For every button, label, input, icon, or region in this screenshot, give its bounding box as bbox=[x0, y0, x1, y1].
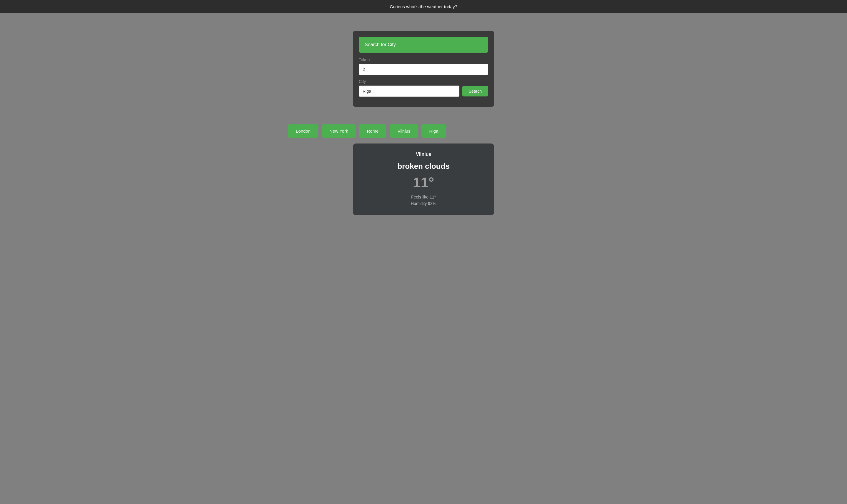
city-row: Search bbox=[359, 86, 488, 97]
app-header: Curious what's the weather today? bbox=[0, 0, 847, 13]
token-input[interactable] bbox=[359, 64, 488, 75]
city-button-vilnius[interactable]: Vilnius bbox=[390, 124, 418, 138]
city-label: City bbox=[359, 79, 488, 84]
search-for-city-button[interactable]: Search for City bbox=[359, 37, 488, 53]
weather-card-wrapper: Vilnius broken clouds 11° Feels like 11°… bbox=[276, 144, 571, 215]
weather-feels-like: Feels like 11° bbox=[365, 195, 482, 199]
main-content: Search for City Token City Search London… bbox=[0, 13, 847, 215]
city-buttons-container: London New York Rome Vilnius Riga bbox=[276, 124, 571, 138]
weather-city: Vilnius bbox=[365, 152, 482, 157]
weather-humidity: Humidity 93% bbox=[365, 201, 482, 206]
city-button-london[interactable]: London bbox=[288, 124, 318, 138]
header-title: Curious what's the weather today? bbox=[390, 4, 457, 9]
weather-card: Vilnius broken clouds 11° Feels like 11°… bbox=[353, 144, 494, 215]
city-button-rome[interactable]: Rome bbox=[359, 124, 386, 138]
city-input[interactable] bbox=[359, 86, 459, 97]
search-card: Search for City Token City Search bbox=[353, 31, 494, 107]
token-group: Token bbox=[359, 57, 488, 75]
city-button-riga[interactable]: Riga bbox=[421, 124, 446, 138]
weather-description: broken clouds bbox=[365, 162, 482, 171]
search-button[interactable]: Search bbox=[462, 86, 488, 96]
token-label: Token bbox=[359, 57, 488, 62]
city-button-new-york[interactable]: New York bbox=[322, 124, 356, 138]
weather-temperature: 11° bbox=[365, 174, 482, 191]
city-group: City Search bbox=[359, 79, 488, 97]
